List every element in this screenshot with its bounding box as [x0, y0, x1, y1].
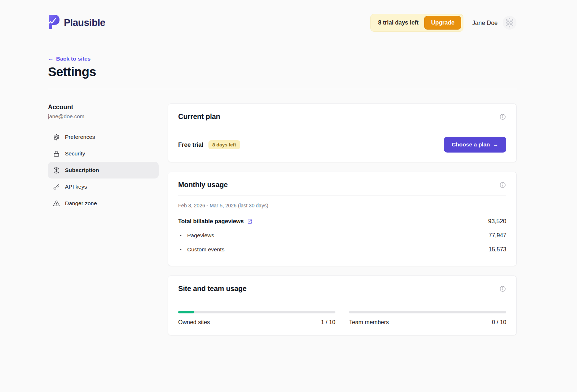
- days-left-badge: 8 days left: [208, 140, 240, 149]
- content-area: Account jane@doe.com Preferences: [0, 89, 577, 345]
- usage-row-label: Total billable pageviews: [178, 218, 244, 225]
- progress-track: [178, 311, 335, 313]
- sidebar-item-label: API keys: [65, 184, 87, 190]
- back-arrow-icon: ←: [48, 56, 54, 62]
- info-icon[interactable]: [499, 285, 506, 292]
- trial-days-text: 8 trial days left: [378, 19, 418, 26]
- sidebar-item-security[interactable]: Security: [48, 145, 159, 162]
- meter-label: Team members: [349, 319, 389, 326]
- arrow-right-icon: →: [493, 141, 499, 148]
- top-right-cluster: 8 trial days left Upgrade Jane Doe: [370, 14, 516, 32]
- key-icon: [53, 183, 60, 191]
- usage-row-label: Pageviews: [187, 232, 214, 239]
- meter-value: 0 / 10: [492, 319, 506, 326]
- team-members-meter: Team members 0 / 10: [349, 311, 506, 326]
- sidebar-item-api-keys[interactable]: API keys: [48, 179, 159, 195]
- site-team-usage-card: Site and team usage: [168, 276, 517, 335]
- owned-sites-meter: Owned sites 1 / 10: [178, 311, 335, 326]
- monthly-usage-title: Monthly usage: [178, 181, 228, 189]
- account-section-title: Account: [48, 103, 159, 111]
- bullet-dot: [180, 235, 181, 236]
- user-name: Jane Doe: [472, 19, 498, 26]
- usage-row-custom-events: Custom events 15,573: [178, 242, 506, 256]
- usage-row-value: 93,520: [488, 218, 506, 225]
- sidebar-item-label: Subscription: [65, 167, 99, 173]
- info-icon[interactable]: [499, 113, 506, 120]
- choose-plan-label: Choose a plan: [452, 141, 490, 148]
- user-avatar[interactable]: [503, 16, 516, 30]
- usage-row-label: Custom events: [187, 246, 224, 253]
- page-head: ← Back to sites Settings: [0, 32, 577, 79]
- sidebar-item-label: Preferences: [65, 134, 95, 140]
- usage-row-total: Total billable pageviews 93,520: [178, 214, 506, 228]
- gear-icon: [53, 133, 60, 141]
- current-plan-card: Current plan Free trial 8 days left: [168, 103, 517, 162]
- meter-value: 1 / 10: [321, 319, 335, 326]
- trial-banner: 8 trial days left Upgrade: [370, 14, 463, 32]
- sidebar-item-subscription[interactable]: Subscription: [48, 162, 159, 179]
- progress-track: [349, 311, 506, 313]
- dollar-cycle-icon: [53, 167, 60, 174]
- bullet-dot: [180, 249, 181, 250]
- info-icon[interactable]: [499, 181, 506, 189]
- site-team-usage-title: Site and team usage: [178, 285, 247, 293]
- plausible-logo[interactable]: Plausible: [48, 14, 105, 31]
- choose-plan-button[interactable]: Choose a plan →: [444, 137, 506, 153]
- user-menu[interactable]: Jane Doe: [472, 16, 516, 30]
- settings-page: Plausible 8 trial days left Upgrade Jane…: [0, 0, 577, 392]
- progress-fill: [178, 311, 194, 313]
- usage-row-value: 77,947: [489, 232, 506, 239]
- monthly-usage-card: Monthly usage Feb 3, 2026 - Mar 5, 2026 …: [168, 172, 517, 266]
- lock-icon: [53, 150, 60, 158]
- sidebar-item-preferences[interactable]: Preferences: [48, 129, 159, 145]
- page-title: Settings: [48, 65, 516, 79]
- meter-label: Owned sites: [178, 319, 210, 326]
- back-to-sites-link[interactable]: ← Back to sites: [48, 56, 91, 62]
- main-column: Current plan Free trial 8 days left: [168, 103, 517, 345]
- sidebar-item-danger-zone[interactable]: Danger zone: [48, 195, 159, 212]
- warning-triangle-icon: [53, 200, 60, 207]
- usage-period: Feb 3, 2026 - Mar 5, 2026 (last 30 days): [178, 203, 506, 208]
- upgrade-button[interactable]: Upgrade: [424, 16, 461, 30]
- usage-row-value: 15,573: [489, 246, 506, 253]
- current-plan-title: Current plan: [178, 113, 220, 121]
- brand-wordmark: Plausible: [64, 17, 105, 28]
- account-email: jane@doe.com: [48, 113, 159, 119]
- back-link-label: Back to sites: [56, 56, 91, 62]
- plausible-logo-icon: [48, 14, 60, 31]
- external-link-icon[interactable]: [247, 219, 253, 224]
- sidebar-item-label: Security: [65, 150, 85, 157]
- settings-nav: Preferences Security: [48, 129, 159, 212]
- plan-name: Free trial: [178, 141, 203, 148]
- usage-row-pageviews: Pageviews 77,947: [178, 228, 506, 242]
- sidebar-item-label: Danger zone: [65, 200, 97, 207]
- top-bar: Plausible 8 trial days left Upgrade Jane…: [0, 0, 577, 32]
- settings-sidebar: Account jane@doe.com Preferences: [48, 103, 159, 345]
